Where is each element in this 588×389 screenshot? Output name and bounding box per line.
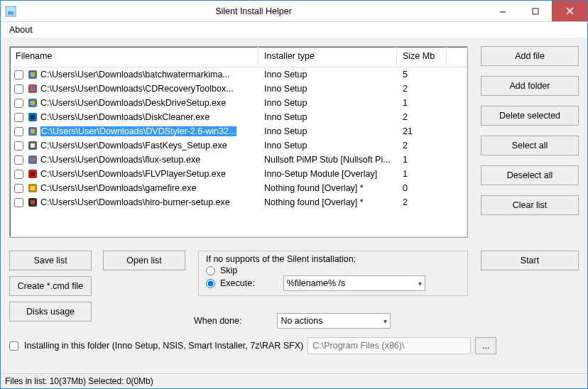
file-icon — [27, 154, 38, 165]
row-filename: C:\Users\User\Downloads\DiskCleaner.exe — [40, 112, 209, 122]
row-checkbox[interactable] — [14, 184, 23, 193]
table-row[interactable]: C:\Users\User\Downloads\CDRecoveryToolbo… — [10, 82, 467, 96]
table-row[interactable]: C:\Users\User\Downloads\FLVPlayerSetup.e… — [10, 167, 467, 181]
table-row[interactable]: C:\Users\User\Downloads\DVDStyler-2.6-wi… — [10, 124, 467, 138]
row-size: 0 — [397, 183, 447, 193]
file-icon — [27, 182, 38, 194]
row-filename: C:\Users\User\Downloads\FastKeys_Setup.e… — [40, 141, 227, 150]
execute-radio[interactable] — [206, 279, 215, 288]
row-size: 2 — [397, 112, 447, 122]
col-filename[interactable]: Filename — [10, 47, 258, 67]
silent-options-group: If no supports of the Silent installatio… — [198, 251, 468, 296]
row-checkbox[interactable] — [14, 141, 23, 150]
skip-label[interactable]: Skip — [220, 265, 237, 275]
execute-label[interactable]: Execute: — [220, 278, 255, 288]
close-button[interactable] — [552, 1, 587, 21]
when-done-value: No actions — [281, 316, 322, 326]
row-checkbox[interactable] — [14, 70, 23, 80]
file-icon — [27, 168, 38, 180]
create-cmd-button[interactable]: Create *.cmd file — [9, 276, 92, 296]
row-checkbox[interactable] — [14, 170, 23, 179]
titlebar: Silent Install Helper — [1, 1, 587, 22]
col-installer[interactable]: Installer type — [258, 47, 397, 67]
row-size: 2 — [397, 141, 447, 150]
save-list-button[interactable]: Save list — [9, 251, 92, 270]
install-folder-label[interactable]: Installing in this folder (Inno Setup, N… — [24, 341, 303, 351]
row-filename: C:\Users\User\Downloads\gamefire.exe — [40, 183, 197, 193]
table-row[interactable]: C:\Users\User\Downloads\flux-setup.exeNu… — [10, 153, 467, 167]
row-filename: C:\Users\User\Downloads\FLVPlayerSetup.e… — [40, 169, 226, 179]
row-checkbox[interactable] — [14, 113, 23, 122]
row-checkbox[interactable] — [14, 127, 23, 136]
file-icon — [27, 69, 38, 80]
install-folder-checkbox[interactable] — [9, 341, 18, 351]
file-icon — [27, 197, 38, 208]
table-row[interactable]: C:\Users\User\Downloads\hiro-burner-setu… — [10, 195, 467, 209]
install-path-input[interactable] — [307, 337, 471, 354]
execute-combo-value: %filename% /s — [287, 278, 346, 288]
table-row[interactable]: C:\Users\User\Downloads\DeskDriveSetup.e… — [10, 96, 467, 110]
row-size: 1 — [397, 169, 447, 179]
svg-rect-21 — [31, 172, 35, 176]
row-checkbox[interactable] — [14, 155, 23, 165]
maximize-button[interactable] — [519, 1, 552, 21]
select-all-button[interactable]: Select all — [481, 136, 579, 155]
row-filename: C:\Users\User\Downloads\flux-setup.exe — [40, 155, 200, 165]
row-installer: Nullsoft PiMP Stub [Nullsoft Pi... — [258, 155, 397, 165]
row-filename: C:\Users\User\Downloads\CDRecoveryToolbo… — [40, 84, 234, 94]
row-filename: C:\Users\User\Downloads\batchwatermarkim… — [40, 70, 230, 80]
app-icon — [5, 6, 16, 17]
start-button[interactable]: Start — [481, 251, 579, 270]
delete-selected-button[interactable]: Delete selected — [481, 106, 579, 126]
row-installer: Nothing found [Overlay] * — [258, 183, 397, 193]
open-list-button[interactable]: Open list — [103, 251, 185, 270]
browse-button[interactable]: ... — [475, 337, 496, 354]
when-done-label: When done: — [194, 316, 241, 326]
col-size[interactable]: Size Mb — [397, 47, 447, 67]
row-size: 1 — [397, 98, 447, 108]
when-done-combo[interactable]: No actions ▾ — [277, 313, 391, 329]
deselect-all-button[interactable]: Deselect all — [481, 165, 579, 185]
window-title: Silent Install Helper — [21, 6, 486, 16]
row-installer: Nothing found [Overlay] * — [258, 197, 397, 207]
row-installer: Inno Setup — [258, 112, 397, 122]
row-checkbox[interactable] — [14, 99, 23, 108]
svg-rect-9 — [31, 87, 35, 91]
row-size: 5 — [397, 70, 447, 80]
file-icon — [27, 111, 38, 123]
chevron-down-icon: ▾ — [418, 280, 422, 287]
file-icon — [27, 97, 38, 109]
table-row[interactable]: C:\Users\User\Downloads\gamefire.exeNoth… — [10, 181, 467, 195]
row-size: 1 — [397, 155, 447, 165]
file-icon — [27, 83, 38, 94]
add-folder-button[interactable]: Add folder — [481, 76, 579, 96]
file-icon — [27, 140, 38, 151]
clear-list-button[interactable]: Clear list — [481, 195, 579, 215]
svg-rect-2 — [500, 11, 506, 13]
menu-about[interactable]: About — [6, 23, 36, 36]
statusbar: Files in list: 10(37Mb) Selected: 0(0Mb) — [1, 373, 587, 388]
row-checkbox[interactable] — [14, 84, 23, 94]
svg-rect-19 — [31, 158, 35, 162]
row-size: 21 — [397, 126, 447, 136]
disks-usage-button[interactable]: Disks usage — [9, 302, 92, 322]
row-installer: Inno Setup — [258, 126, 397, 136]
svg-rect-13 — [31, 115, 35, 119]
add-file-button[interactable]: Add file — [481, 46, 579, 66]
table-row[interactable]: C:\Users\User\Downloads\DiskCleaner.exeI… — [10, 110, 467, 124]
svg-rect-25 — [31, 200, 35, 204]
svg-rect-7 — [31, 72, 35, 77]
menubar: About — [1, 22, 587, 38]
row-installer: Inno Setup — [258, 84, 397, 94]
row-filename: C:\Users\User\Downloads\DeskDriveSetup.e… — [40, 98, 226, 108]
file-list[interactable]: Filename Installer type Size Mb C:\Users… — [9, 46, 468, 238]
table-row[interactable]: C:\Users\User\Downloads\FastKeys_Setup.e… — [10, 138, 467, 153]
minimize-button[interactable] — [486, 1, 519, 21]
row-installer: Inno Setup — [258, 70, 397, 80]
table-row[interactable]: C:\Users\User\Downloads\batchwatermarkim… — [10, 67, 467, 82]
skip-radio[interactable] — [206, 266, 215, 275]
row-installer: Inno-Setup Module [Overlay] — [258, 169, 397, 179]
row-checkbox[interactable] — [14, 198, 23, 207]
svg-rect-15 — [31, 129, 35, 133]
execute-combo[interactable]: %filename% /s ▾ — [283, 275, 425, 291]
